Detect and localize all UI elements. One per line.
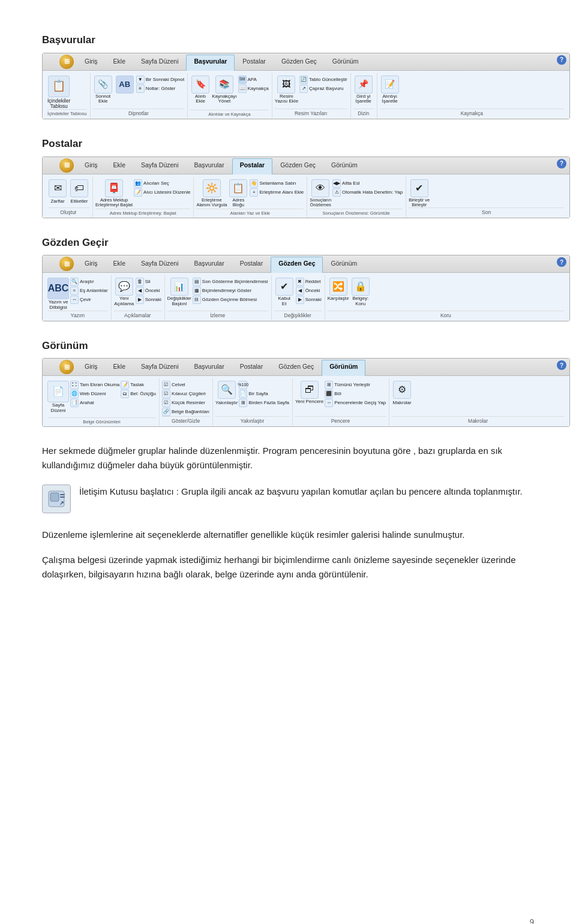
btn-gozden-bolmesi[interactable]: ⊟ Gözden Geçirme Bölmesi [193,296,268,304]
btn-arastir[interactable]: 🔍 Araştır [70,278,108,286]
tab-postalar-p[interactable]: Postalar [232,158,272,174]
tab-ekle-g[interactable]: Ekle [106,257,133,272]
btn-tablo-guncellestir[interactable]: 🔄 Tablo Güncelleştir [299,76,347,84]
tab-gorunum-p[interactable]: Görünüm [323,158,365,174]
btn-yeni-aciklama[interactable]: 💬 YeniAçıklama [114,278,134,307]
tab-gozden-p[interactable]: Gözden Geç [272,158,323,174]
tab-ekle-v[interactable]: Ekle [106,360,133,375]
btn-sonraki-dipnot[interactable]: ▼ Bir Sonraki Dipnot [136,76,184,84]
tab-giris-g[interactable]: Giriş [77,257,106,272]
btn-altta-esl[interactable]: ◀▶ Altta Esl [332,179,403,188]
tab-gozden-v[interactable]: Gözden Geç [271,360,322,375]
help-button-g[interactable]: ? [557,257,566,267]
btn-alan-ekle[interactable]: + Erleştirme Alanı Ekle [250,188,304,197]
btn-capraz-basvuru[interactable]: ↗ Çapraz Başvuru [299,85,347,93]
help-button-p[interactable]: ? [557,159,566,168]
tab-gorunum-v[interactable]: Görünüm [322,360,365,376]
office-button-v[interactable]: ⊞ [59,360,74,374]
btn-taslak[interactable]: 📝 Taslak [121,381,156,389]
btn-pencerelerde-gecis[interactable]: ↔ Pencerelerde Geçiş Yap [325,399,386,407]
btn-sonnot[interactable]: 📎 SonnotEkle [93,76,113,105]
btn-alan-vurgula[interactable]: 🔆 ErleştirmeAlanını Vurgula [196,179,227,208]
tab-basvurular-p[interactable]: Başvurular [186,158,232,174]
btn-icindekiler[interactable]: 📋 İçindekilerTablosu [47,76,70,110]
tab-sayfa-g[interactable]: Sayfa Düzeni [133,257,186,272]
btn-makrolar[interactable]: ⚙ Makrolar [392,381,412,407]
btn-stil-apa[interactable]: Stil APA [238,76,269,84]
tab-basvurular-g[interactable]: Başvurular [186,257,232,272]
btn-etiketler[interactable]: 🏷 Etiketler [69,179,89,205]
btn-zarflar[interactable]: ✉ Zarflar [47,179,68,205]
help-button-v[interactable]: ? [557,360,566,370]
btn-web-duzeni[interactable]: 🌐 Web Düzeni [70,390,119,398]
btn-otomatik-hata[interactable]: ⚠ Otomatik Hata Denetim: Yap [332,188,403,197]
btn-resim-yazisi[interactable]: 🖼 ResimYazısı Ekle [275,76,298,105]
help-button-1[interactable]: ? [557,55,566,65]
btn-yazim-dilbilgisi[interactable]: ABC Yazım veDilbilgisi [47,278,69,311]
btn-alici-listesi[interactable]: 📝 Alıcı Listesini Düzenle [134,188,190,197]
tab-gorunum-1[interactable]: Görünüm [325,55,367,70]
btn-notlar-goster[interactable]: ≡ Notlar: Göster [136,85,184,93]
btn-girdi-isaretle[interactable]: 📌 Gird yiİşaretle [353,76,374,105]
office-button-p[interactable]: ⊞ [59,158,74,173]
btn-sil[interactable]: 🗑 Sil [136,278,161,286]
btn-kaynakca-yonet[interactable]: 📚 KaynakçayıYönet [212,76,236,105]
btn-bicimlendirme-goster[interactable]: ▦ Biçimlendirmeyi Göster [193,287,268,295]
btn-sayfa-duzeni[interactable]: 📄 SayfaDüzeni [47,381,69,414]
btn-kilavuz[interactable]: ☑ Kılavuz Çizgileri [162,390,209,398]
btn-yuzde100[interactable]: %100 [239,381,289,389]
tab-sayfa-p[interactable]: Sayfa Düzeni [133,158,186,174]
btn-yakinlastir[interactable]: 🔍 Yakınlaştır [215,381,238,407]
btn-adres-baslat[interactable]: 📮 Adres MektupErleştirmeyi Başlat [95,179,133,208]
tab-giris-1[interactable]: Giriş [77,55,106,70]
tab-gozden-1[interactable]: Gözden Geç [274,55,325,70]
btn-arahat[interactable]: 📑 Arahat [70,399,119,407]
btn-kabul-et[interactable]: ✔ KabulEt [274,278,295,307]
btn-belge-koru[interactable]: 🔒 Belgey:Koru [350,278,371,307]
tab-sayfa-v[interactable]: Sayfa Düzeni [133,360,186,375]
tab-sayfa-1[interactable]: Sayfa Düzeni [133,55,186,70]
btn-onizleme[interactable]: 👁 SonuçlarınÖnizlemes [310,179,331,208]
tab-giris-v[interactable]: Giriş [77,360,106,375]
btn-birlestir[interactable]: ✔ Birleştir veBirleştir [409,179,430,208]
btn-belge-baglantilari[interactable]: 🔗 Belge Bağlantıları [162,408,209,416]
btn-es-anlamlilar[interactable]: ≈ Eş Anlamlılar [70,287,108,295]
tab-postalar-v[interactable]: Postalar [232,360,271,375]
btn-reddet[interactable]: ✖ Reddet [296,278,322,286]
btn-birden-fazla[interactable]: ⊞ Birden Fazla Sayfa [239,399,289,407]
tab-ekle-p[interactable]: Ekle [106,158,133,174]
btn-karsilastir[interactable]: 🔀 Karşılaştır [328,278,349,302]
tab-ekle-1[interactable]: Ekle [106,55,133,70]
tab-giris-p[interactable]: Giriş [77,158,106,174]
btn-son-gosterme[interactable]: ▤ Son Gösterme Biçimlendirmesi [193,278,268,286]
btn-bir-sayfa[interactable]: 📄 Bir Sayfa [239,390,289,398]
btn-alinti-ekle[interactable]: 🔖 AlıntıEkle [190,76,211,105]
tab-gozden-g[interactable]: Gözden Geç [271,257,323,273]
tab-basvurular-v[interactable]: Başvurular [186,360,232,375]
office-button-g[interactable]: ⊞ [59,257,74,271]
btn-alicilari-sec[interactable]: 👥 Alıcıları Seç [134,179,190,188]
tab-postalar-g[interactable]: Postalar [232,257,271,272]
btn-kaynakca[interactable]: 📖 Kaynakça [238,85,269,93]
tab-gorunum-g[interactable]: Görünüm [323,257,365,272]
btn-kucuk-resimler[interactable]: ☑ Küçük Resimler [162,399,209,407]
btn-onceki-d[interactable]: ◀ Önceki [296,287,322,295]
btn-cevir[interactable]: ↔ Çevir [70,296,108,304]
btn-bel-ozigu[interactable]: 🗂 Bel: Öziçiğu [121,390,156,398]
btn-dipnot-ab[interactable]: AB [115,76,135,94]
btn-sonraki[interactable]: ▶ Sonraki [136,296,161,304]
btn-selamlama[interactable]: 👋 Selamlama Satırı [250,179,304,188]
tab-basvurular-1[interactable]: Başvurular [186,55,235,71]
btn-onceki[interactable]: ◀ Önceki [136,287,161,295]
tab-postalar-1[interactable]: Postalar [235,55,274,70]
btn-sonraki-d[interactable]: ▶ Sonraki [296,296,322,304]
btn-cetvel[interactable]: ☑ Cetvel [162,381,209,389]
btn-tumunu-yerle[interactable]: ⊞ Tümünü Yerleştir [325,381,386,389]
office-button[interactable]: ⊞ [59,55,74,69]
btn-yeni-pencere[interactable]: 🗗 Yeni Pencere [295,381,323,405]
btn-adres-bloku[interactable]: 📋 AdresBloğu [228,179,248,208]
btn-tam-ekran[interactable]: ⛶ Tam Ekran Okuma [70,381,119,389]
btn-degisiklikler[interactable]: 📊 DeğişikliklerBaşlonl [167,278,191,306]
btn-bol[interactable]: ⬛ Böl [325,390,386,398]
btn-alinti-isaretl[interactable]: 📝 Alıntıyıİşaretle [380,76,400,105]
